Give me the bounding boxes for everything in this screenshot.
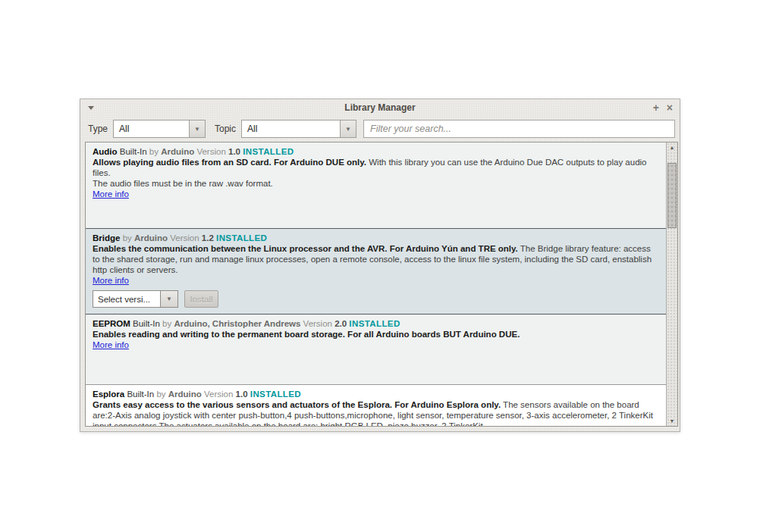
installed-badge: INSTALLED [243, 147, 294, 156]
description-bold: Enables reading and writing to the perma… [93, 330, 520, 339]
chevron-down-icon[interactable]: ▼ [189, 120, 206, 138]
library-author: Arduino [168, 390, 202, 399]
library-author: Arduino, Christopher Andrews [174, 319, 300, 328]
description-bold: Grants easy access to the various sensor… [93, 400, 501, 409]
library-version: 1.0 [228, 147, 240, 156]
more-info-link[interactable]: More info [93, 340, 129, 350]
by-label: by [149, 147, 159, 156]
library-title-line: Bridge by Arduino Version 1.2 INSTALLED [93, 233, 657, 243]
version-label: Version [170, 233, 199, 243]
list-item[interactable]: Esplora Built-In by Arduino Version 1.0 … [86, 385, 666, 426]
scroll-up-icon[interactable]: ▲ [667, 145, 677, 150]
window-title: Library Manager [80, 102, 680, 113]
installed-badge: INSTALLED [250, 390, 301, 399]
installed-badge: INSTALLED [349, 319, 400, 328]
library-builtin: Built-In [120, 147, 147, 156]
by-label: by [156, 390, 165, 399]
more-info-link[interactable]: More info [93, 275, 129, 286]
library-version: 1.0 [236, 390, 248, 399]
title-bar: Library Manager + × [80, 99, 680, 116]
filter-toolbar: Type All ▼ Topic All ▼ [80, 116, 680, 142]
window-controls: + × [653, 101, 673, 114]
library-description: Grants easy access to the various sensor… [93, 399, 657, 426]
version-label: Version [303, 319, 332, 328]
library-version: 2.0 [334, 319, 347, 328]
library-builtin: Built-In [127, 390, 154, 399]
library-description: Allows playing audio files from an SD ca… [93, 157, 657, 178]
maximize-button[interactable]: + [653, 101, 659, 114]
description-bold: Enables the communication between the Li… [93, 244, 518, 253]
library-list: Audio Built-In by Arduino Version 1.0 IN… [85, 142, 678, 427]
type-label: Type [88, 124, 108, 134]
install-controls: Select versi... ▼ Install [93, 290, 657, 308]
version-label: Version [204, 390, 233, 399]
installed-badge: INSTALLED [216, 233, 267, 243]
scroll-down-icon[interactable]: ▼ [667, 418, 677, 424]
list-item-selected[interactable]: Bridge by Arduino Version 1.2 INSTALLED … [86, 229, 666, 315]
description-bold: Allows playing audio files from an SD ca… [93, 158, 366, 167]
library-title-line: EEPROM Built-In by Arduino, Christopher … [93, 318, 657, 329]
more-info-link[interactable]: More info [93, 189, 129, 199]
list-item[interactable]: Audio Built-In by Arduino Version 1.0 IN… [86, 142, 666, 229]
library-name: Esplora [93, 390, 124, 399]
library-description: Enables the communication between the Li… [93, 243, 657, 275]
library-manager-window: Library Manager + × Type All ▼ Topic All… [80, 99, 680, 432]
library-author: Arduino [134, 233, 168, 243]
library-title-line: Esplora Built-In by Arduino Version 1.0 … [93, 389, 657, 399]
scrollbar-thumb[interactable] [667, 163, 677, 228]
list-item[interactable]: EEPROM Built-In by Arduino, Christopher … [86, 315, 666, 385]
chevron-down-icon[interactable]: ▼ [340, 120, 356, 138]
library-name: Audio [93, 147, 118, 156]
library-author: Arduino [161, 147, 194, 156]
library-version: 1.2 [202, 233, 214, 243]
by-label: by [162, 319, 171, 328]
library-builtin: Built-In [133, 319, 160, 328]
install-button[interactable]: Install [184, 290, 218, 308]
search-input[interactable] [363, 120, 675, 138]
by-label: by [123, 233, 132, 243]
library-entries: Audio Built-In by Arduino Version 1.0 IN… [86, 142, 666, 426]
chevron-down-icon[interactable]: ▼ [161, 290, 178, 308]
library-name: Bridge [93, 233, 120, 243]
type-select[interactable]: All ▼ [113, 120, 206, 138]
vertical-scrollbar[interactable]: ▲ ▼ [666, 142, 677, 426]
topic-label: Topic [215, 124, 236, 134]
type-select-value: All [113, 120, 189, 138]
library-name: EEPROM [93, 319, 130, 328]
close-button[interactable]: × [667, 101, 673, 114]
library-title-line: Audio Built-In by Arduino Version 1.0 IN… [93, 146, 657, 157]
topic-select[interactable]: All ▼ [241, 120, 356, 138]
version-select[interactable]: Select versi... [93, 290, 161, 308]
version-label: Version [196, 147, 225, 156]
library-description-line2: The audio files must be in the raw .wav … [93, 178, 657, 189]
topic-select-value: All [241, 120, 340, 138]
library-description: Enables reading and writing to the perma… [93, 329, 657, 340]
